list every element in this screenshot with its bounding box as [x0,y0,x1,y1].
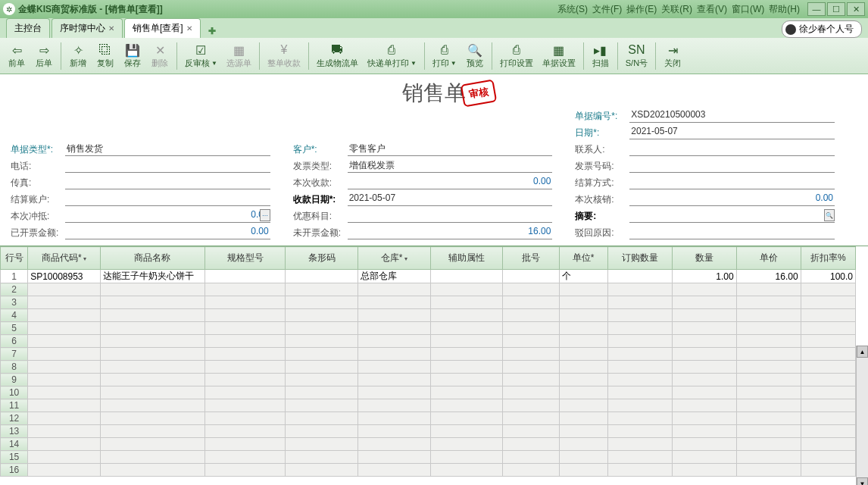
dropdown-icon[interactable]: ▼ [211,60,217,67]
scroll-down-button[interactable]: ▼ [857,477,868,485]
cell[interactable] [607,296,672,309]
cell[interactable] [559,374,607,386]
cell[interactable]: 达能王子牛奶夹心饼干 [100,270,205,283]
save-button[interactable]: 💾保存 [119,39,146,73]
cell[interactable] [205,464,286,477]
discount-account-field[interactable] [348,209,553,223]
cell[interactable] [607,412,672,425]
cell[interactable] [736,374,801,386]
cell[interactable]: 3 [1,296,28,309]
cell[interactable] [205,361,286,374]
menu-item[interactable]: 帮助(H) [769,3,800,16]
table-row[interactable]: 12 [1,412,856,425]
cell[interactable] [503,451,559,464]
cell[interactable] [100,309,205,322]
cell[interactable]: 16.00 [736,270,801,283]
cell[interactable] [286,309,358,322]
cell[interactable] [801,283,855,296]
cell[interactable]: 2 [1,283,28,296]
column-header[interactable]: 订购数量 [607,247,672,270]
summary-field[interactable]: 🔍 [629,209,835,223]
cell[interactable] [430,374,503,386]
cell[interactable] [286,374,358,386]
cell[interactable] [28,386,101,399]
cell[interactable] [801,348,855,361]
cell[interactable] [430,399,503,412]
cell[interactable] [801,335,855,348]
cell[interactable] [672,322,736,335]
cell[interactable] [205,270,286,283]
table-row[interactable]: 8 [1,361,856,374]
bill-no-field[interactable]: XSD20210500003 [629,109,835,123]
cell[interactable]: 15 [1,451,28,464]
menu-item[interactable]: 关联(R) [661,3,692,16]
cell[interactable] [672,348,736,361]
cell[interactable] [607,348,672,361]
cell[interactable] [358,322,430,335]
cell[interactable] [430,361,503,374]
cell[interactable] [607,438,672,451]
cell[interactable] [672,451,736,464]
cell[interactable] [430,464,503,477]
cell[interactable] [358,386,430,399]
cell[interactable] [559,464,607,477]
scan-button[interactable]: ▸▮扫描 [587,39,614,73]
cell[interactable] [205,296,286,309]
menu-item[interactable]: 系统(S) [557,3,588,16]
cell[interactable] [28,309,101,322]
phone-field[interactable] [65,159,270,173]
cell[interactable]: 14 [1,438,28,451]
cell[interactable] [286,296,358,309]
cell[interactable] [430,322,503,335]
cell[interactable] [430,283,503,296]
new-tab-button[interactable]: ✚ [205,24,219,38]
cell[interactable] [430,270,503,283]
cell[interactable] [286,322,358,335]
cell[interactable] [607,335,672,348]
cell[interactable] [503,270,559,283]
invoiced-amount-field[interactable]: 0.00 [65,226,270,239]
cell[interactable] [607,322,672,335]
column-header[interactable]: 批号 [503,247,559,270]
cell[interactable] [100,335,205,348]
cell[interactable] [672,309,736,322]
cell[interactable] [286,399,358,412]
cell[interactable] [503,464,559,477]
menu-item[interactable]: 文件(F) [592,3,622,16]
cell[interactable] [559,296,607,309]
table-row[interactable]: 13 [1,425,856,438]
cell[interactable] [358,451,430,464]
cell[interactable] [801,399,855,412]
cell[interactable] [100,425,205,438]
uninvoiced-amount-field[interactable]: 16.00 [348,226,553,239]
cell[interactable] [672,386,736,399]
cell[interactable] [286,464,358,477]
cell[interactable] [607,451,672,464]
dropdown-icon[interactable]: ▼ [451,60,457,67]
column-header[interactable]: 商品代码* ▾ [28,247,101,270]
cell[interactable] [430,348,503,361]
prev-button[interactable]: ⇦前单 [3,39,30,73]
column-header[interactable]: 商品名称 [100,247,205,270]
cell[interactable] [503,438,559,451]
bill-type-field[interactable]: 销售发货 [65,142,270,156]
cell[interactable] [286,361,358,374]
cell[interactable] [559,425,607,438]
cell[interactable] [559,335,607,348]
cell[interactable] [503,348,559,361]
cell[interactable] [801,451,855,464]
cell[interactable] [503,335,559,348]
cell[interactable] [736,399,801,412]
writeoff-field[interactable]: 0.00 [629,192,835,206]
tab[interactable]: 主控台 [6,18,50,38]
cell[interactable]: 4 [1,309,28,322]
cell[interactable] [559,309,607,322]
cell[interactable] [205,309,286,322]
cell[interactable] [205,451,286,464]
cell[interactable] [100,348,205,361]
chevron-down-icon[interactable]: ▾ [82,255,86,262]
date-field[interactable]: 2021-05-07 [629,126,835,139]
chevron-down-icon[interactable]: ▾ [403,255,407,262]
cell[interactable] [205,399,286,412]
cell[interactable] [286,386,358,399]
